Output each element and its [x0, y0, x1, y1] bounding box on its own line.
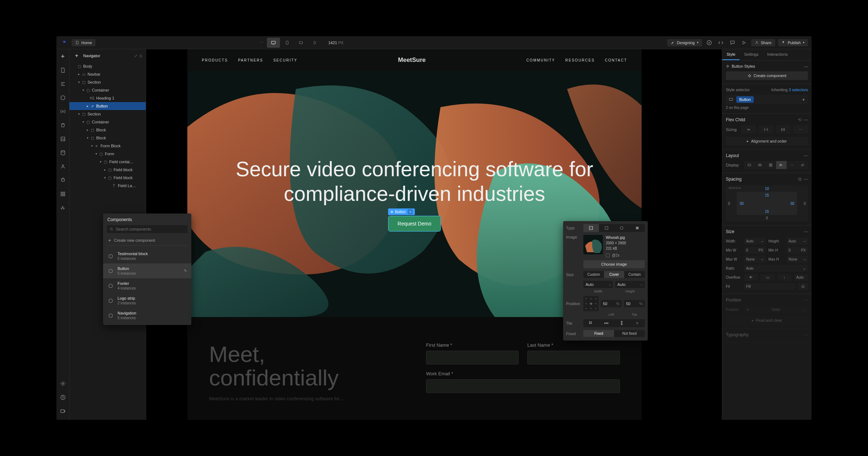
- bgtype-linear-icon[interactable]: [599, 224, 614, 232]
- class-selector[interactable]: Button ▾: [726, 95, 808, 104]
- pin-icon[interactable]: ⎙: [140, 54, 142, 58]
- tree-row[interactable]: H1Heading 1: [69, 94, 146, 102]
- tree-row[interactable]: ▸▢Block: [69, 126, 146, 134]
- site-nav-link[interactable]: PRODUCTS: [202, 58, 228, 62]
- width-input[interactable]: Auto–: [744, 238, 766, 245]
- component-item[interactable]: Footer4 instances: [103, 278, 191, 293]
- chevron-down-icon[interactable]: ▾: [800, 97, 807, 102]
- bgtype-radial-icon[interactable]: [614, 224, 630, 232]
- edit-icon[interactable]: ✎: [184, 269, 187, 273]
- inheriting-count[interactable]: 3 selectors: [789, 88, 808, 92]
- navigator-icon[interactable]: [59, 80, 67, 88]
- bgtype-image-icon[interactable]: [583, 224, 599, 232]
- first-name-input[interactable]: [426, 351, 519, 364]
- bg-size-option[interactable]: Custom: [583, 271, 604, 278]
- bg-top-input[interactable]: 50%: [624, 300, 645, 307]
- image-thumbnail[interactable]: [583, 235, 603, 254]
- apps-icon[interactable]: [59, 190, 67, 198]
- styles-icon[interactable]: [59, 122, 67, 129]
- tree-row[interactable]: ▾▢Form: [69, 150, 146, 158]
- code-icon[interactable]: [716, 38, 725, 47]
- display-inline-block-icon[interactable]: [776, 161, 787, 169]
- display-none-icon[interactable]: [797, 161, 808, 169]
- site-nav-link[interactable]: PARTNERS: [238, 58, 263, 62]
- settings-icon[interactable]: [59, 380, 67, 387]
- display-block-icon[interactable]: [744, 161, 755, 169]
- tree-row[interactable]: ▾▢Section: [69, 78, 146, 86]
- display-flex-icon[interactable]: [755, 161, 766, 169]
- bg-fixed-option[interactable]: Not fixed: [614, 330, 645, 337]
- tree-row[interactable]: ▸▢Field block: [69, 166, 146, 174]
- breakpoint-tablet-icon[interactable]: [281, 38, 294, 48]
- mode-dropdown[interactable]: Designing ▾: [667, 39, 702, 46]
- ratio-input[interactable]: Auto⌄: [744, 265, 808, 272]
- spacing-link-icon[interactable]: ⧉: [798, 177, 801, 182]
- more-menu-icon[interactable]: ⋯: [258, 38, 266, 47]
- tree-row[interactable]: ▾▢Field block: [69, 174, 146, 182]
- tile-both-icon[interactable]: [583, 319, 599, 327]
- bgtype-color-icon[interactable]: [630, 224, 645, 232]
- users-icon[interactable]: [59, 163, 67, 170]
- video-icon[interactable]: [59, 408, 67, 415]
- bg-width-input[interactable]: Auto–: [583, 281, 613, 288]
- height-input[interactable]: Auto–: [787, 238, 808, 245]
- cms-icon[interactable]: [59, 149, 67, 156]
- position-select[interactable]: ✕ Static⌄: [744, 306, 808, 313]
- tree-row[interactable]: ▾▢Block: [69, 134, 146, 142]
- meet-paragraph[interactable]: MeetSure is a market leader in video con…: [209, 396, 368, 401]
- components-icon[interactable]: [59, 94, 67, 101]
- site-nav-link[interactable]: RESOURCES: [565, 58, 595, 62]
- minimize-icon[interactable]: —: [804, 64, 808, 68]
- reset-icon[interactable]: ⟲—: [798, 117, 808, 122]
- selection-settings-icon[interactable]: [408, 209, 413, 214]
- viewport-width-readout[interactable]: 1421 PX: [328, 41, 344, 45]
- alignment-order-button[interactable]: ▸Alignment and order: [726, 137, 808, 145]
- tree-row[interactable]: ▾▢Container: [69, 86, 146, 94]
- work-email-input[interactable]: [426, 379, 620, 393]
- fit-input[interactable]: Fill: [744, 283, 795, 290]
- create-new-component[interactable]: + Create new component: [107, 235, 188, 246]
- ecommerce-icon[interactable]: [59, 177, 67, 184]
- choose-image-button[interactable]: Choose image: [583, 260, 645, 268]
- tile-x-icon[interactable]: [599, 319, 614, 327]
- publish-button[interactable]: Publish ▾: [778, 39, 808, 46]
- float-clear-button[interactable]: ▸Float and clear: [726, 316, 808, 325]
- panel-tab[interactable]: Style: [722, 49, 740, 60]
- tree-row[interactable]: ▾▢Field contai…: [69, 158, 146, 166]
- sizing-shrink-icon[interactable]: [741, 125, 756, 134]
- component-item[interactable]: Button5 instances✎: [103, 263, 191, 278]
- help-icon[interactable]: [59, 394, 67, 401]
- last-name-input[interactable]: [527, 351, 620, 364]
- tile-none-icon[interactable]: [630, 319, 645, 327]
- tree-row[interactable]: ▸▭Navbar: [69, 70, 146, 78]
- bg-left-input[interactable]: 50%: [601, 300, 622, 307]
- navigator-add-icon[interactable]: +: [73, 52, 80, 59]
- breakpoint-icon[interactable]: [727, 96, 735, 103]
- check-icon[interactable]: [705, 38, 714, 47]
- tile-y-icon[interactable]: [614, 319, 630, 327]
- overflow-hidden-icon[interactable]: ▭: [761, 274, 774, 281]
- site-nav-link[interactable]: COMMUNITY: [526, 58, 555, 62]
- component-item[interactable]: Navigation5 instances: [103, 308, 191, 323]
- panel-tab[interactable]: Settings: [740, 49, 763, 60]
- hero-heading[interactable]: Secure video conferencing software for c…: [209, 157, 620, 206]
- play-icon[interactable]: [740, 38, 748, 47]
- site-nav-link[interactable]: CONTACT: [605, 58, 627, 62]
- display-inline-icon[interactable]: [787, 161, 797, 169]
- comment-icon[interactable]: [728, 38, 737, 47]
- request-demo-button[interactable]: Button Request Demo: [388, 216, 440, 231]
- tree-row[interactable]: ▢Body: [69, 62, 146, 70]
- sizing-grow-icon[interactable]: [758, 125, 774, 134]
- breakpoint-landscape-icon[interactable]: [294, 38, 307, 48]
- display-grid-icon[interactable]: [765, 161, 776, 169]
- spacing-editor[interactable]: MARGIN PADDING 10 0 0 0 15 30 15 30: [726, 185, 808, 221]
- maxh-input[interactable]: None–: [787, 256, 808, 263]
- position-grid[interactable]: ✛: [583, 296, 599, 311]
- bg-size-option[interactable]: Cover: [604, 271, 625, 278]
- meet-heading[interactable]: Meet,confidentially: [209, 342, 397, 389]
- sizing-none-icon[interactable]: [776, 125, 791, 134]
- minh-input[interactable]: 0PX: [787, 247, 808, 254]
- bg-size-option[interactable]: Contain: [624, 271, 645, 278]
- sizing-more-icon[interactable]: ⋯: [793, 125, 808, 134]
- class-chip[interactable]: Button: [736, 96, 754, 103]
